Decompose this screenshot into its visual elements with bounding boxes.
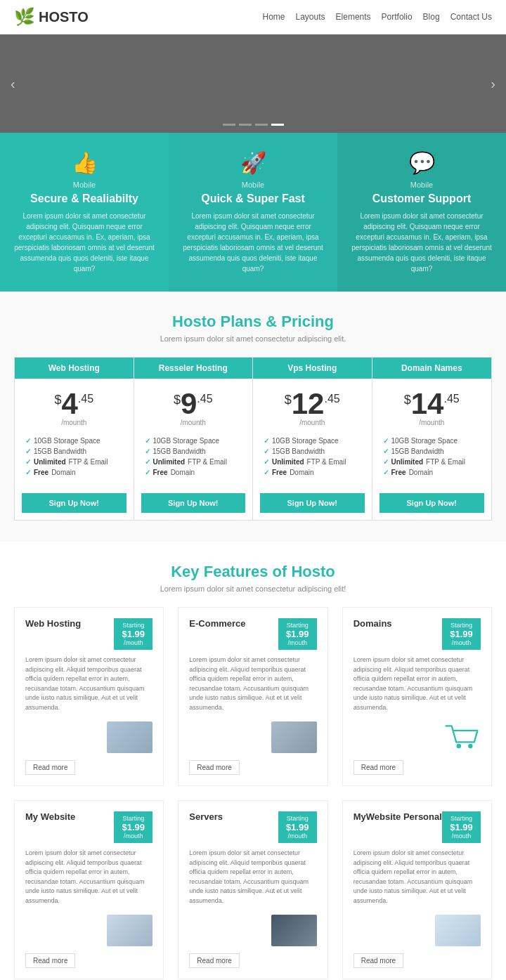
nav-contact[interactable]: Contact Us <box>450 12 492 22</box>
kf-header-6: MyWebsite Personal Starting $1.99 /mouth <box>353 811 481 843</box>
plan-header-4: Domain Names <box>372 358 492 379</box>
plan-btn-wrap-4: Sign Up Now! <box>372 486 492 520</box>
nav-portfolio[interactable]: Portfolio <box>382 12 413 22</box>
plan-amount-3: 12 <box>292 387 325 420</box>
kf-readmore-btn-2[interactable]: Read more <box>189 760 239 775</box>
header: 🌿 HOSTO Home Layouts Elements Portfolio … <box>0 0 506 34</box>
hero-dot-3[interactable] <box>255 124 268 126</box>
ecommerce-image <box>271 721 317 753</box>
key-features-subtitle: Lorem ipsum dolor sit amet consectetur a… <box>14 584 492 593</box>
kf-starting-label-1: Starting <box>119 622 147 629</box>
kf-header-1: Web Hosting Starting $1.99 /mouth <box>25 618 153 650</box>
feature-box-3: 💬 Mobile Customer Support Lorem ipsum do… <box>337 133 506 292</box>
plan-feature-3-3: Unlimited FTP & Email <box>264 458 361 466</box>
kf-title-4: My Website <box>25 811 75 822</box>
feature-sub-3: Mobile <box>351 181 492 189</box>
nav-elements[interactable]: Elements <box>336 12 371 22</box>
key-features-grid: Web Hosting Starting $1.99 /mouth Lorem … <box>14 607 492 979</box>
plan-feature-2-1: 10GB Storage Space <box>145 437 242 445</box>
hero-dot-1[interactable] <box>223 124 235 126</box>
plan-btn-wrap-1: Sign Up Now! <box>15 486 134 520</box>
feature-text-1: Lorem ipsum dolor sit amet consectetur a… <box>14 211 155 274</box>
personal-image <box>435 915 481 946</box>
plan-signup-btn-3[interactable]: Sign Up Now! <box>260 493 365 513</box>
kf-readmore-btn-1[interactable]: Read more <box>25 760 75 775</box>
key-feature-domains: Domains Starting $1.99 /mouth Lorem ipsu… <box>342 607 492 786</box>
key-feature-mywebsite: My Website Starting $1.99 /mouth Lorem i… <box>14 800 164 979</box>
plan-amount-2: 9 <box>181 387 197 420</box>
kf-img-1 <box>25 719 153 754</box>
plan-amount-1: 4 <box>61 387 77 420</box>
plan-features-1: 10GB Storage Space 15GB Bandwidth Unlimi… <box>15 430 134 486</box>
plan-period-2: /mounth <box>141 419 246 426</box>
key-feature-servers: Servers Starting $1.99 /mouth Lorem ipsu… <box>178 800 327 979</box>
kf-period-4: /mouth <box>119 832 147 839</box>
hero-prev-button[interactable]: ‹ <box>11 76 15 92</box>
plan-price-4: $14.45 /mounth <box>372 379 492 430</box>
kf-header-5: Servers Starting $1.99 /mouth <box>189 811 316 843</box>
plan-feature-1-1: 10GB Storage Space <box>25 437 123 445</box>
kf-price-box-4: Starting $1.99 /mouth <box>114 811 153 843</box>
plan-signup-btn-2[interactable]: Sign Up Now! <box>141 493 246 513</box>
plan-signup-btn-1[interactable]: Sign Up Now! <box>22 493 126 513</box>
kf-text-2: Lorem ipsum dolor sit amet consectetur a… <box>189 655 316 712</box>
plan-feature-2-2: 15GB Bandwidth <box>145 447 242 455</box>
servers-image <box>271 915 317 946</box>
plan-feature-3-4: Free Domain <box>264 469 361 476</box>
kf-text-3: Lorem ipsum dolor sit amet consectetur a… <box>353 655 481 712</box>
key-feature-mywebsite-personal: MyWebsite Personal Starting $1.99 /mouth… <box>342 800 492 979</box>
nav-home[interactable]: Home <box>263 12 285 22</box>
plan-cents-2: .45 <box>197 393 212 405</box>
plan-signup-btn-4[interactable]: Sign Up Now! <box>379 493 485 513</box>
feature-box-2: 🚀 Mobile Quick & Super Fast Lorem ipsum … <box>169 133 337 292</box>
plan-feature-2-3: Unlimited FTP & Email <box>145 458 242 466</box>
kf-starting-label-6: Starting <box>448 815 475 822</box>
kf-period-1: /mouth <box>119 639 147 646</box>
kf-readmore-btn-5[interactable]: Read more <box>189 953 239 968</box>
svg-point-0 <box>457 743 461 747</box>
plan-period-3: /mounth <box>260 419 365 426</box>
mywebsite-image <box>107 915 153 946</box>
kf-price-2: $1.99 <box>284 629 311 639</box>
plans-subtitle: Lorem ipsum dolor sit amet consectetur a… <box>14 334 492 343</box>
plan-dollar-4: $ <box>404 393 411 407</box>
kf-starting-label-4: Starting <box>119 815 147 822</box>
kf-text-1: Lorem ipsum dolor sit amet consectetur a… <box>25 655 153 712</box>
kf-readmore-btn-3[interactable]: Read more <box>353 760 403 775</box>
plan-feature-4-2: 15GB Bandwidth <box>383 447 481 455</box>
kf-header-4: My Website Starting $1.99 /mouth <box>25 811 153 843</box>
key-features-title-main: Key Features of <box>171 563 287 580</box>
kf-img-6 <box>353 913 481 948</box>
feature-text-3: Lorem ipsum dolor sit amet consectetur a… <box>351 211 492 274</box>
plan-cents-3: .45 <box>324 393 339 405</box>
nav-layouts[interactable]: Layouts <box>296 12 325 22</box>
hero-dot-2[interactable] <box>239 124 252 126</box>
kf-title-1: Web Hosting <box>25 618 81 629</box>
hero-next-button[interactable]: › <box>491 76 495 92</box>
hero-dot-4[interactable] <box>271 124 284 126</box>
plan-price-3: $12.45 /mounth <box>253 379 372 430</box>
plan-features-3: 10GB Storage Space 15GB Bandwidth Unlimi… <box>253 430 372 486</box>
feature-icon-2: 🚀 <box>183 150 323 175</box>
kf-title-3: Domains <box>353 618 392 629</box>
kf-starting-label-2: Starting <box>284 622 311 629</box>
feature-box-1: 👍 Mobile Secure & Realiabilty Lorem ipsu… <box>0 133 169 292</box>
nav-blog[interactable]: Blog <box>423 12 440 22</box>
plan-header-1: Web Hosting <box>15 358 134 379</box>
logo[interactable]: 🌿 HOSTO <box>14 7 89 27</box>
plan-amount-4: 14 <box>411 387 444 420</box>
kf-price-1: $1.99 <box>119 629 147 639</box>
kf-price-6: $1.99 <box>448 822 475 832</box>
kf-price-box-6: Starting $1.99 /mouth <box>442 811 481 843</box>
plans-title: Hosto Plans & Pricing <box>14 313 492 331</box>
feature-text-2: Lorem ipsum dolor sit amet consectetur a… <box>183 211 323 274</box>
nav: Home Layouts Elements Portfolio Blog Con… <box>263 12 493 22</box>
cart-icon <box>442 721 481 753</box>
plan-feature-4-3: Unlimited FTP & Email <box>383 458 481 466</box>
kf-readmore-btn-4[interactable]: Read more <box>25 953 75 968</box>
feature-sub-2: Mobile <box>183 181 323 189</box>
kf-readmore-btn-6[interactable]: Read more <box>353 953 403 968</box>
kf-period-5: /mouth <box>284 832 311 839</box>
plan-dollar-1: $ <box>54 393 61 407</box>
plan-header-3: Vps Hosting <box>253 358 372 379</box>
